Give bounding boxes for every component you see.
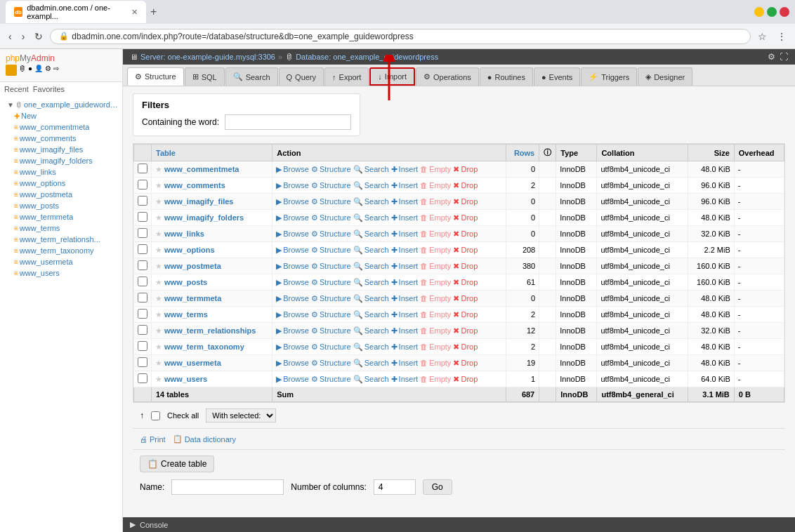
- bookmark-button[interactable]: ☆: [755, 29, 770, 44]
- search-link[interactable]: 🔍 Search: [353, 262, 389, 271]
- favorites-link[interactable]: Favorites: [33, 85, 65, 93]
- reload-button[interactable]: ↻: [32, 29, 46, 44]
- insert-link[interactable]: ✚ Insert: [391, 359, 419, 368]
- empty-link[interactable]: 🗑 Empty: [420, 213, 451, 222]
- row-checkbox[interactable]: [138, 309, 147, 319]
- close-button[interactable]: [780, 7, 789, 17]
- sidebar-table-item[interactable]: ≡ www_postmeta: [0, 189, 122, 200]
- more-button[interactable]: ⋮: [774, 29, 789, 44]
- insert-link[interactable]: ✚ Insert: [391, 310, 419, 319]
- structure-link[interactable]: ⚙ Structure: [311, 213, 351, 222]
- table-name-link[interactable]: www_term_taxonomy: [164, 343, 244, 351]
- insert-link[interactable]: ✚ Insert: [391, 375, 419, 384]
- empty-link[interactable]: 🗑 Empty: [420, 326, 451, 335]
- drop-link[interactable]: ✖ Drop: [453, 359, 478, 368]
- browse-link[interactable]: ▶ Browse: [276, 326, 309, 335]
- tab-close-btn[interactable]: ✕: [131, 8, 138, 17]
- search-link[interactable]: 🔍 Search: [353, 294, 389, 303]
- search-link[interactable]: 🔍 Search: [353, 359, 389, 368]
- drop-link[interactable]: ✖ Drop: [453, 181, 478, 190]
- empty-link[interactable]: 🗑 Empty: [420, 165, 451, 173]
- sidebar-table-item[interactable]: ≡ www_options: [0, 178, 122, 189]
- tree-db-item[interactable]: ▼ 🛢 one_example_guidewordp...: [0, 99, 122, 110]
- columns-input[interactable]: [374, 479, 416, 495]
- search-link[interactable]: 🔍 Search: [353, 165, 389, 174]
- insert-link[interactable]: ✚ Insert: [391, 165, 419, 174]
- browse-link[interactable]: ▶ Browse: [276, 181, 309, 190]
- browse-link[interactable]: ▶ Browse: [276, 310, 309, 319]
- browse-link[interactable]: ▶ Browse: [276, 375, 309, 384]
- row-checkbox[interactable]: [138, 180, 147, 189]
- table-name-link[interactable]: www_users: [164, 375, 207, 383]
- table-name-link[interactable]: www_comments: [164, 181, 225, 189]
- sidebar-table-item[interactable]: ≡ www_terms: [0, 222, 122, 234]
- star-icon[interactable]: ★: [155, 278, 162, 286]
- structure-link[interactable]: ⚙ Structure: [311, 294, 351, 303]
- table-name-link[interactable]: www_usermeta: [164, 359, 221, 367]
- empty-link[interactable]: 🗑 Empty: [420, 343, 451, 351]
- insert-link[interactable]: ✚ Insert: [391, 278, 419, 287]
- server-link[interactable]: Server: one-example-guide.mysql:3306: [140, 53, 275, 61]
- star-icon[interactable]: ★: [155, 262, 162, 270]
- browse-link[interactable]: ▶ Browse: [276, 262, 309, 271]
- star-icon[interactable]: ★: [155, 294, 162, 302]
- settings-icon[interactable]: ⚙: [45, 65, 51, 76]
- minimize-button[interactable]: [754, 7, 764, 17]
- sidebar-table-item[interactable]: ≡ www_termmeta: [0, 211, 122, 222]
- empty-link[interactable]: 🗑 Empty: [420, 197, 451, 206]
- search-link[interactable]: 🔍 Search: [353, 278, 389, 287]
- row-checkbox[interactable]: [138, 293, 147, 302]
- star-icon[interactable]: ★: [155, 246, 162, 254]
- structure-link[interactable]: ⚙ Structure: [311, 278, 351, 287]
- tab-routines[interactable]: ●Routines: [480, 67, 533, 86]
- structure-link[interactable]: ⚙ Structure: [311, 165, 351, 174]
- star-icon[interactable]: ★: [155, 375, 162, 383]
- drop-link[interactable]: ✖ Drop: [453, 213, 478, 222]
- search-link[interactable]: 🔍 Search: [353, 310, 389, 319]
- search-link[interactable]: 🔍 Search: [353, 375, 389, 384]
- table-name-link[interactable]: www_postmeta: [164, 262, 221, 270]
- drop-link[interactable]: ✖ Drop: [453, 343, 478, 352]
- db-icon[interactable]: 🛢: [19, 65, 26, 76]
- tab-triggers[interactable]: ⚡Triggers: [581, 67, 637, 86]
- drop-link[interactable]: ✖ Drop: [453, 278, 478, 287]
- sidebar-table-item[interactable]: ≡ www_imagify_files: [0, 144, 122, 155]
- sidebar-table-item[interactable]: ≡ www_users: [0, 267, 122, 279]
- row-checkbox[interactable]: [138, 164, 147, 173]
- star-icon[interactable]: ★: [155, 343, 162, 351]
- home-icon[interactable]: [6, 65, 17, 76]
- empty-link[interactable]: 🗑 Empty: [420, 262, 451, 270]
- structure-link[interactable]: ⚙ Structure: [311, 262, 351, 271]
- insert-link[interactable]: ✚ Insert: [391, 343, 419, 352]
- empty-link[interactable]: 🗑 Empty: [420, 181, 451, 189]
- row-checkbox[interactable]: [138, 228, 147, 238]
- create-table-button[interactable]: 📋 Create table: [140, 455, 214, 472]
- row-checkbox[interactable]: [138, 244, 147, 254]
- status-icon[interactable]: ●: [28, 65, 32, 76]
- row-checkbox[interactable]: [138, 325, 147, 335]
- star-icon[interactable]: ★: [155, 213, 162, 222]
- search-link[interactable]: 🔍 Search: [353, 181, 389, 190]
- table-name-link[interactable]: www_commentmeta: [164, 165, 239, 173]
- tab-search[interactable]: 🔍Search: [225, 67, 278, 86]
- topbar-settings-btn[interactable]: ⚙: [768, 52, 775, 62]
- insert-link[interactable]: ✚ Insert: [391, 294, 419, 303]
- structure-link[interactable]: ⚙ Structure: [311, 181, 351, 190]
- star-icon[interactable]: ★: [155, 326, 162, 335]
- tree-new-item[interactable]: ✚ New: [0, 110, 122, 121]
- search-link[interactable]: 🔍 Search: [353, 230, 389, 239]
- check-all-checkbox[interactable]: [151, 411, 160, 420]
- exit-icon[interactable]: ⇨: [53, 65, 59, 76]
- browse-link[interactable]: ▶ Browse: [276, 294, 309, 303]
- table-name-link[interactable]: www_imagify_files: [164, 197, 233, 206]
- empty-link[interactable]: 🗑 Empty: [420, 359, 451, 367]
- search-link[interactable]: 🔍 Search: [353, 197, 389, 206]
- star-icon[interactable]: ★: [155, 197, 162, 206]
- forward-button[interactable]: ›: [19, 29, 28, 44]
- browse-link[interactable]: ▶ Browse: [276, 278, 309, 287]
- browse-link[interactable]: ▶ Browse: [276, 246, 309, 255]
- user-icon[interactable]: 👤: [34, 65, 43, 76]
- table-name-link[interactable]: www_posts: [164, 278, 207, 286]
- check-all-label[interactable]: Check all: [167, 411, 199, 420]
- drop-link[interactable]: ✖ Drop: [453, 294, 478, 303]
